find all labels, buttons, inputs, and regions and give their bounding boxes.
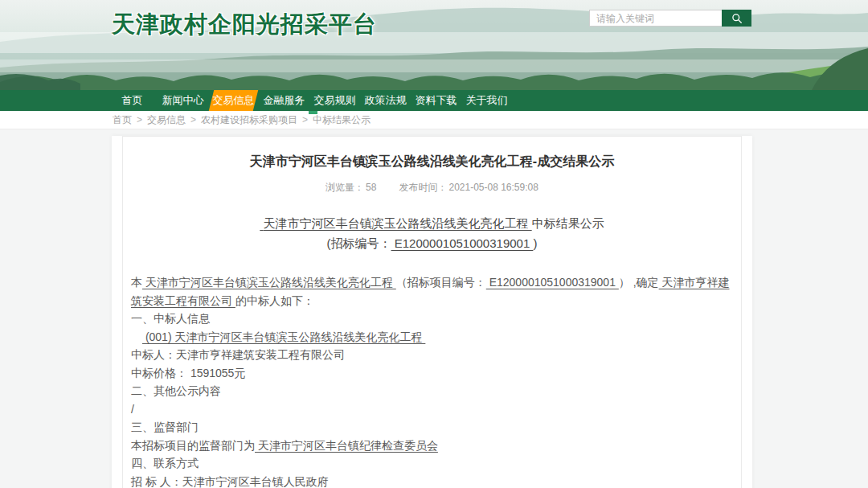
text-segment: / xyxy=(131,403,134,416)
nav-items: 首页 新闻中心 交易信息 金融服务 交易规则 政策法规 资料下载 关于我们 xyxy=(107,90,868,111)
body-line: 四、联系方式 xyxy=(131,454,733,473)
body-line: 招 标 人：天津市宁河区丰台镇人民政府 xyxy=(131,473,733,488)
breadcrumb-trade-info[interactable]: 交易信息 xyxy=(147,114,186,125)
announcement-paragraph: 本 天津市宁河区丰台镇滨玉公路线沿线美化亮化工程 （招标项目编号： E12000… xyxy=(131,273,733,310)
text-segment: 一、中标人信息 xyxy=(131,312,210,325)
body-line: 中标价格： 1591055元 xyxy=(131,364,733,383)
text-segment: ) xyxy=(533,236,537,250)
announcement-meta: 浏览量：58发布时间：2021-05-08 16:59:08 xyxy=(131,181,733,195)
text-segment: 本 xyxy=(131,276,142,289)
underlined-text: 天津市宁河区丰台镇滨玉公路线沿线美化亮化工程 xyxy=(260,216,531,230)
publish-time-label: 发布时间： xyxy=(399,182,447,193)
search-box xyxy=(589,10,751,27)
main-nav: 首页 新闻中心 交易信息 金融服务 交易规则 政策法规 资料下载 关于我们 xyxy=(0,90,868,111)
text-segment: 中标人：天津市亨祥建筑安装工程有限公司 xyxy=(131,348,345,361)
nav-item-policy[interactable]: 政策法规 xyxy=(360,90,411,111)
site-header: 天津政村企阳光招采平台 xyxy=(0,0,868,90)
breadcrumb-current-page: 中标结果公示 xyxy=(313,114,371,125)
breadcrumb-separator: > xyxy=(302,114,308,125)
body-line: 一、中标人信息 xyxy=(131,310,733,328)
text-segment: 的中标人如下： xyxy=(235,294,314,307)
nav-item-trade-info[interactable]: 交易信息 xyxy=(208,90,259,111)
body-line: (001) 天津市宁河区丰台镇滨玉公路线沿线美化亮化工程 xyxy=(131,328,733,347)
nav-item-about[interactable]: 关于我们 xyxy=(461,90,512,111)
announcement-body: 一、中标人信息 (001) 天津市宁河区丰台镇滨玉公路线沿线美化亮化工程 中标人… xyxy=(131,310,733,488)
text-segment xyxy=(131,330,142,343)
announcement-title: 天津市宁河区丰台镇滨玉公路线沿线美化亮化工程-成交结果公示 xyxy=(131,154,733,170)
body-line: 三、监督部门 xyxy=(131,418,733,437)
tender-number-line: (招标编号： E1200001051000319001 ) xyxy=(131,236,733,252)
body-line: 中标人：天津市亨祥建筑安装工程有限公司 xyxy=(131,346,733,364)
breadcrumb-separator: > xyxy=(137,114,142,125)
text-segment: 中标价格： 1591055元 xyxy=(131,367,245,379)
underlined-text: E1200001051000319001 xyxy=(391,236,534,250)
breadcrumb-rural-projects[interactable]: 农村建设招标采购项目 xyxy=(201,114,297,125)
underlined-text: 天津市宁河区丰台镇滨玉公路线沿线美化亮化工程 xyxy=(142,276,396,289)
underlined-text: 天津市宁河区丰台镇纪律检查委员会 xyxy=(255,439,438,452)
views-label: 浏览量： xyxy=(326,182,364,193)
underlined-text: (001) 天津市宁河区丰台镇滨玉公路线沿线美化亮化工程 xyxy=(142,330,425,343)
text-segment: 四、联系方式 xyxy=(131,457,199,470)
nav-item-trade-rules[interactable]: 交易规则 xyxy=(309,90,360,111)
breadcrumb-home[interactable]: 首页 xyxy=(113,114,132,125)
breadcrumb: 首页>交易信息>农村建设招标采购项目>中标结果公示 xyxy=(0,111,868,129)
text-segment: 三、监督部门 xyxy=(131,420,199,433)
body-line: / xyxy=(131,400,733,419)
text-segment: 招 标 人：天津市宁河区丰台镇人民政府 xyxy=(131,475,329,488)
text-segment: （招标项目编号： xyxy=(396,276,486,289)
text-segment: 中标结果公示 xyxy=(532,216,604,230)
search-button[interactable] xyxy=(722,10,751,27)
text-segment: 二、其他公示内容 xyxy=(131,384,221,397)
nav-accent-mark xyxy=(309,111,317,114)
body-line: 本招标项目的监督部门为 天津市宁河区丰台镇纪律检查委员会 xyxy=(131,437,733,455)
nav-item-news[interactable]: 新闻中心 xyxy=(158,90,208,111)
text-segment: 本招标项目的监督部门为 xyxy=(131,439,255,452)
site-title: 天津政村企阳光招采平台 xyxy=(112,9,377,41)
body-line: 二、其他公示内容 xyxy=(131,382,733,400)
result-heading: 天津市宁河区丰台镇滨玉公路线沿线美化亮化工程 中标结果公示 xyxy=(131,216,733,232)
publish-time: 2021-05-08 16:59:08 xyxy=(448,182,538,193)
announcement-box: 天津市宁河区丰台镇滨玉公路线沿线美化亮化工程-成交结果公示 浏览量：58发布时间… xyxy=(122,136,742,488)
content-panel: 天津市宁河区丰台镇滨玉公路线沿线美化亮化工程-成交结果公示 浏览量：58发布时间… xyxy=(112,136,752,488)
nav-item-downloads[interactable]: 资料下载 xyxy=(411,90,461,111)
nav-item-finance[interactable]: 金融服务 xyxy=(259,90,309,111)
breadcrumb-separator: > xyxy=(190,114,196,125)
underlined-text: E1200001051000319001 xyxy=(486,276,619,289)
text-segment: ） ,确定 xyxy=(619,276,659,289)
search-input[interactable] xyxy=(589,10,722,27)
nav-item-home[interactable]: 首页 xyxy=(107,90,158,111)
search-icon xyxy=(731,13,743,24)
views-count: 58 xyxy=(366,182,376,193)
text-segment: (招标编号： xyxy=(327,236,391,250)
